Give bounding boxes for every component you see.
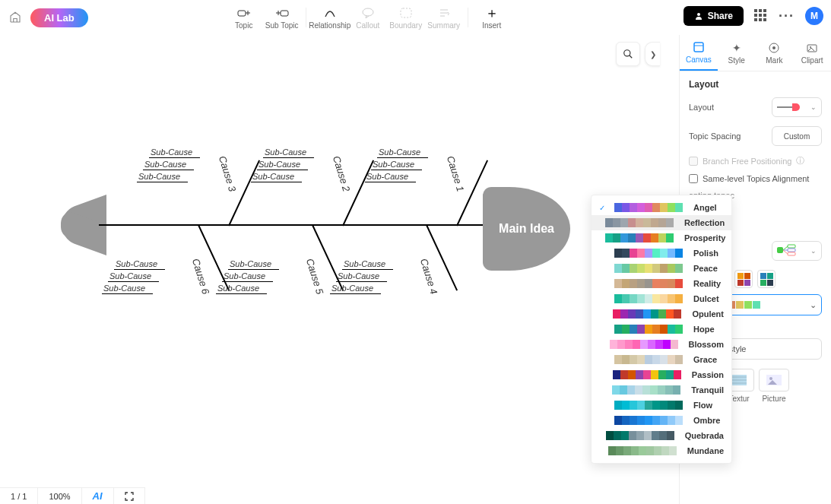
svg-point-34 bbox=[769, 377, 772, 380]
home-icon[interactable] bbox=[8, 10, 23, 25]
subtopic-icon bbox=[275, 6, 289, 20]
share-button[interactable]: Share bbox=[684, 6, 744, 26]
theme-name: Passion bbox=[692, 370, 724, 379]
theme-item-reflection[interactable]: Reflection bbox=[592, 215, 731, 230]
tab-canvas[interactable]: Canvas bbox=[680, 35, 718, 71]
summary-tool: Summary bbox=[425, 3, 463, 32]
chevron-down-icon: ⌄ bbox=[810, 300, 817, 310]
branch-free-checkbox: Branch Free Positioning ⓘ bbox=[689, 155, 822, 166]
chevron-right-icon: ❯ bbox=[650, 50, 656, 59]
subs-c5[interactable]: Sub-CauseSub-CauseSub-Cause bbox=[228, 259, 279, 294]
zoom-level[interactable]: 100% bbox=[38, 488, 81, 504]
svg-point-17 bbox=[772, 46, 775, 49]
theme-item-opulent[interactable]: Opulent bbox=[592, 306, 731, 322]
color-variant-4[interactable] bbox=[757, 270, 775, 288]
theme-item-ombre[interactable]: Ombre bbox=[592, 413, 731, 428]
ai-lab-button[interactable]: AI Lab bbox=[30, 8, 88, 27]
layout-label: Layout bbox=[689, 103, 714, 112]
tab-mark[interactable]: Mark bbox=[756, 35, 794, 71]
theme-item-tranquil[interactable]: Tranquil bbox=[592, 382, 731, 398]
theme-name: Tranquil bbox=[691, 385, 724, 395]
color-variant-3[interactable] bbox=[734, 270, 753, 288]
layout-section-title: Layout bbox=[689, 79, 822, 90]
subtopic-tool[interactable]: Sub Topic bbox=[263, 3, 301, 32]
svg-rect-24 bbox=[788, 245, 795, 248]
mindmap-style-dropdown[interactable]: ⌄ bbox=[772, 241, 822, 261]
tab-clipart[interactable]: Clipart bbox=[793, 35, 831, 71]
cause-2[interactable]: Cause 2 bbox=[331, 154, 353, 193]
theme-item-peace[interactable]: Peace bbox=[592, 261, 731, 276]
svg-rect-0 bbox=[238, 11, 246, 16]
check-icon: ✓ bbox=[599, 204, 608, 212]
page-indicator[interactable]: 1 / 1 bbox=[0, 488, 38, 504]
panel-collapse-button[interactable]: ❯ bbox=[645, 42, 660, 66]
theme-item-prosperity[interactable]: Prosperity bbox=[592, 230, 731, 246]
svg-line-13 bbox=[630, 55, 633, 59]
theme-item-blossom[interactable]: Blossom bbox=[592, 337, 731, 352]
theme-name: Opulent bbox=[692, 309, 724, 319]
main-idea-node[interactable]: Main Idea bbox=[483, 187, 570, 271]
theme-item-angel[interactable]: ✓Angel bbox=[592, 200, 731, 215]
svg-rect-7 bbox=[401, 8, 411, 17]
cause-4[interactable]: Cause 4 bbox=[418, 257, 440, 296]
theme-item-hope[interactable]: Hope bbox=[592, 322, 731, 337]
layout-dropdown[interactable]: ⌄ bbox=[772, 97, 822, 117]
boundary-icon bbox=[399, 6, 413, 20]
chevron-down-icon: ⌄ bbox=[810, 247, 817, 255]
subs-c2[interactable]: Sub-CauseSub-CauseSub-Cause bbox=[251, 147, 314, 182]
svg-point-6 bbox=[363, 8, 373, 16]
search-button[interactable] bbox=[616, 42, 640, 66]
subs-c6[interactable]: Sub-CauseSub-CauseSub-Cause bbox=[114, 259, 165, 294]
relationship-tool[interactable]: Relationship bbox=[311, 3, 349, 32]
more-icon[interactable]: ··· bbox=[779, 8, 795, 24]
info-icon: ⓘ bbox=[796, 155, 804, 166]
bg-picture-option[interactable]: Picture bbox=[759, 369, 789, 403]
theme-item-passion[interactable]: Passion bbox=[592, 367, 731, 382]
callout-tool: Callout bbox=[349, 3, 387, 32]
theme-name: Ombre bbox=[693, 416, 720, 425]
person-icon bbox=[694, 11, 703, 21]
theme-name: Polish bbox=[693, 249, 718, 258]
topic-spacing-dropdown[interactable]: Custom bbox=[772, 126, 822, 146]
svg-rect-3 bbox=[281, 11, 288, 16]
theme-name: Blossom bbox=[689, 340, 724, 349]
fullscreen-button[interactable] bbox=[114, 488, 145, 504]
svg-line-21 bbox=[783, 246, 788, 250]
theme-item-polish[interactable]: Polish bbox=[592, 246, 731, 261]
theme-name: Flow bbox=[693, 401, 712, 410]
cause-3[interactable]: Cause 3 bbox=[217, 154, 239, 193]
fishbone-diagram: Cause 1 Cause 2 Cause 3 Cause 4 Cause 5 … bbox=[61, 119, 593, 347]
same-level-checkbox[interactable]: Same-level Topics Alignment bbox=[689, 174, 822, 183]
cause-6[interactable]: Cause 6 bbox=[190, 257, 212, 296]
theme-item-reality[interactable]: Reality bbox=[592, 276, 731, 291]
fishbone-mini-icon bbox=[777, 101, 800, 113]
topic-tool[interactable]: Topic bbox=[225, 3, 263, 32]
topic-icon bbox=[237, 6, 251, 20]
tab-style[interactable]: ✦ Style bbox=[718, 35, 756, 71]
theme-item-flow[interactable]: Flow bbox=[592, 398, 731, 413]
subs-c4[interactable]: Sub-CauseSub-CauseSub-Cause bbox=[342, 259, 393, 294]
chevron-down-icon: ⌄ bbox=[810, 103, 817, 111]
subs-c1[interactable]: Sub-CauseSub-CauseSub-Cause bbox=[365, 147, 428, 182]
svg-line-23 bbox=[783, 250, 788, 254]
summary-icon bbox=[437, 6, 451, 20]
user-avatar[interactable]: M bbox=[805, 7, 823, 25]
theme-item-mundane[interactable]: Mundane bbox=[592, 443, 731, 458]
subs-c3[interactable]: Sub-CauseSub-CauseSub-Cause bbox=[137, 147, 200, 182]
theme-item-dulcet[interactable]: Dulcet bbox=[592, 291, 731, 306]
apps-grid-icon[interactable] bbox=[754, 9, 768, 23]
theme-popup[interactable]: ✓AngelReflectionProsperityPolishPeaceRea… bbox=[591, 195, 732, 464]
mindmap-mini-icon bbox=[777, 244, 798, 258]
svg-rect-20 bbox=[777, 248, 783, 252]
fish-spine bbox=[99, 224, 494, 226]
topic-spacing-label: Topic Spacing bbox=[689, 132, 741, 141]
ai-button[interactable]: AI bbox=[82, 488, 114, 504]
theme-item-grace[interactable]: Grace bbox=[592, 352, 731, 367]
cause-5[interactable]: Cause 5 bbox=[304, 257, 326, 296]
theme-item-quebrada[interactable]: Quebrada bbox=[592, 428, 731, 443]
insert-tool[interactable]: ＋ Insert bbox=[473, 3, 511, 32]
cause-1[interactable]: Cause 1 bbox=[445, 154, 467, 193]
theme-name: Reflection bbox=[684, 218, 725, 227]
theme-name: Prosperity bbox=[684, 233, 725, 242]
theme-name: Angel bbox=[693, 203, 717, 212]
